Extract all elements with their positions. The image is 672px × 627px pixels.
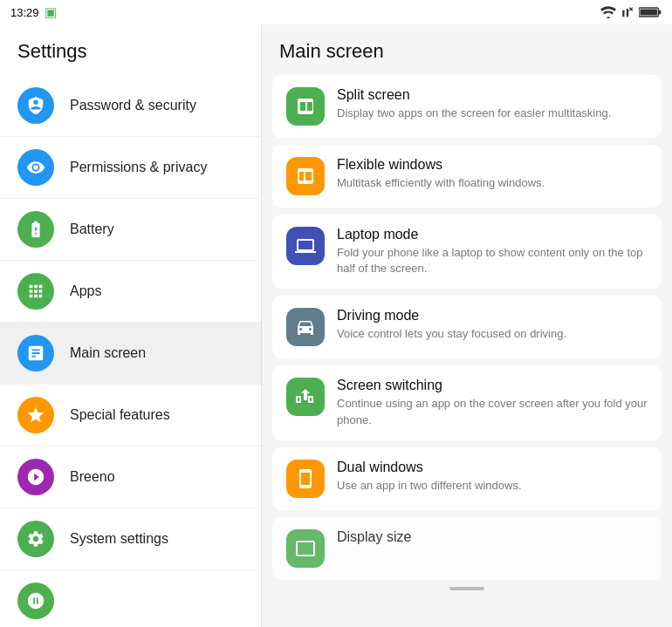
- laptop-mode-icon: [286, 227, 325, 265]
- sidebar-title: Settings: [0, 24, 261, 75]
- flexible-windows-icon: [286, 157, 325, 195]
- display-size-text: Display size: [337, 529, 648, 548]
- breeno-icon: [17, 459, 54, 495]
- main-screen-icon: [17, 335, 54, 371]
- sidebar-item-password-security[interactable]: Password & security: [0, 75, 261, 137]
- special-features-icon: [17, 397, 54, 433]
- battery-sidebar-icon: [17, 211, 54, 248]
- laptop-mode-title: Laptop mode: [337, 227, 648, 242]
- sidebar-item-battery[interactable]: Battery: [0, 199, 261, 261]
- flexible-windows-card[interactable]: Flexible windows Multitask efficiently w…: [272, 145, 662, 208]
- status-left: 13:29 ▣: [10, 4, 57, 20]
- password-security-icon: [17, 87, 54, 124]
- driving-mode-text: Driving mode Voice control lets you stay…: [337, 308, 648, 342]
- sidebar-item-special-features[interactable]: Special features: [0, 385, 261, 446]
- sidebar-label-breeno: Breeno: [70, 469, 115, 485]
- content-title: Main screen: [262, 24, 672, 75]
- split-screen-title: Split screen: [337, 87, 648, 103]
- screen-switching-desc: Continue using an app on the cover scree…: [337, 396, 648, 427]
- sidebar-label-special-features: Special features: [70, 407, 170, 423]
- sidebar: Settings Password & security Permissions…: [0, 24, 262, 627]
- sidebar-label-system-settings: System settings: [70, 531, 168, 547]
- svg-rect-0: [622, 10, 624, 17]
- sidebar-item-apps[interactable]: Apps: [0, 261, 261, 323]
- scroll-indicator: [449, 587, 484, 590]
- driving-mode-card[interactable]: Driving mode Voice control lets you stay…: [272, 296, 662, 358]
- driving-mode-desc: Voice control lets you stay focused on d…: [337, 326, 648, 342]
- svg-rect-5: [640, 9, 657, 15]
- display-size-card[interactable]: Display size: [272, 517, 662, 580]
- main-layout: Settings Password & security Permissions…: [0, 24, 672, 627]
- battery-icon: [639, 6, 662, 18]
- split-screen-card[interactable]: Split screen Display two apps on the scr…: [272, 75, 662, 138]
- svg-rect-6: [658, 10, 661, 14]
- sidebar-label-battery: Battery: [70, 221, 114, 237]
- sidebar-item-breeno[interactable]: Breeno: [0, 446, 261, 508]
- flexible-windows-text: Flexible windows Multitask efficiently w…: [337, 157, 648, 191]
- split-screen-text: Split screen Display two apps on the scr…: [337, 87, 648, 121]
- laptop-mode-card[interactable]: Laptop mode Fold your phone like a lapto…: [272, 215, 662, 289]
- sidebar-item-permissions-privacy[interactable]: Permissions & privacy: [0, 137, 261, 199]
- system-settings-icon: [17, 521, 54, 557]
- dual-windows-icon: [286, 460, 325, 498]
- sidebar-label-main-screen: Main screen: [70, 345, 146, 361]
- split-screen-desc: Display two apps on the screen for easie…: [337, 106, 648, 121]
- dual-windows-text: Dual windows Use an app in two different…: [337, 460, 648, 494]
- sidebar-label-password-security: Password & security: [70, 98, 196, 113]
- status-right: [600, 6, 662, 18]
- wifi-icon: [600, 6, 616, 18]
- dual-windows-title: Dual windows: [337, 460, 648, 475]
- content-area: Main screen Split screen Display two app…: [262, 24, 672, 627]
- signal-icon: [621, 6, 634, 18]
- permissions-privacy-icon: [17, 149, 54, 186]
- svg-rect-1: [627, 9, 628, 17]
- extra-icon: [17, 583, 54, 619]
- laptop-mode-text: Laptop mode Fold your phone like a lapto…: [337, 227, 648, 276]
- sidebar-label-apps: Apps: [70, 283, 101, 299]
- screen-switching-card[interactable]: Screen switching Continue using an app o…: [272, 365, 662, 440]
- driving-mode-icon: [286, 308, 325, 346]
- flexible-windows-desc: Multitask efficiently with floating wind…: [337, 175, 648, 191]
- dual-windows-card[interactable]: Dual windows Use an app in two different…: [272, 447, 662, 510]
- display-size-title: Display size: [337, 529, 648, 545]
- sidebar-item-extra[interactable]: [0, 570, 261, 627]
- apps-icon: [17, 273, 54, 310]
- flexible-windows-title: Flexible windows: [337, 157, 648, 173]
- app-status-icon: ▣: [45, 4, 57, 20]
- laptop-mode-desc: Fold your phone like a laptop to show co…: [337, 245, 648, 276]
- driving-mode-title: Driving mode: [337, 308, 648, 324]
- split-screen-icon: [286, 87, 325, 126]
- sidebar-item-main-screen[interactable]: Main screen: [0, 323, 261, 385]
- display-size-icon: [286, 529, 325, 568]
- status-bar: 13:29 ▣: [0, 0, 672, 24]
- sidebar-item-system-settings[interactable]: System settings: [0, 508, 261, 570]
- screen-switching-text: Screen switching Continue using an app o…: [337, 378, 648, 427]
- sidebar-label-permissions-privacy: Permissions & privacy: [70, 160, 207, 175]
- screen-switching-title: Screen switching: [337, 378, 648, 393]
- dual-windows-desc: Use an app in two different windows.: [337, 478, 648, 494]
- time: 13:29: [10, 6, 39, 19]
- screen-switching-icon: [286, 378, 325, 416]
